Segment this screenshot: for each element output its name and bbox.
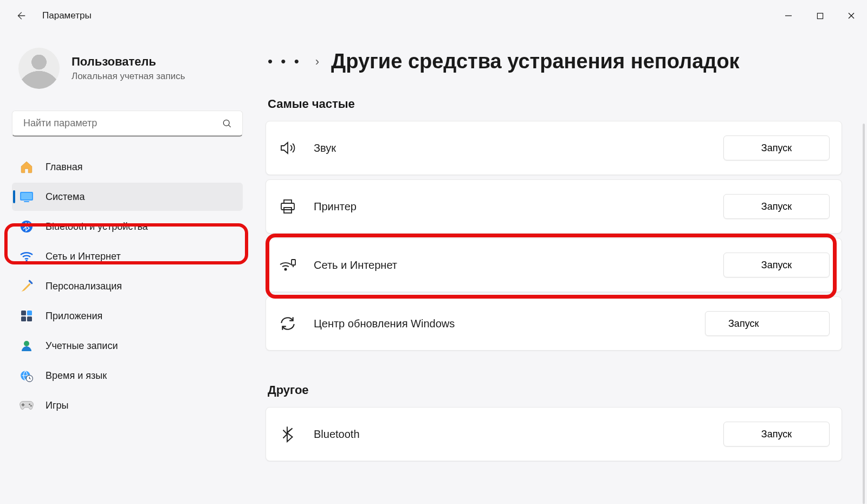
troubleshooter-bluetooth[interactable]: Bluetooth Запуск	[266, 407, 842, 461]
sidebar-item-gaming[interactable]: Игры	[12, 391, 243, 419]
speaker-icon	[278, 138, 297, 158]
maximize-icon	[817, 12, 824, 20]
svg-rect-4	[24, 201, 29, 202]
sidebar-item-label: Главная	[46, 161, 83, 173]
scrollbar[interactable]	[863, 124, 865, 504]
sidebar-item-label: Время и язык	[46, 370, 107, 382]
section-header-frequent: Самые частые	[268, 97, 854, 111]
sidebar-item-network[interactable]: Сеть и Интернет	[12, 242, 243, 270]
nav-list: Главная Система Bluetooth и устройства С…	[12, 153, 243, 419]
main-area: • • • › Другие средства устранения непол…	[255, 31, 867, 504]
frequent-list: Звук Запуск Принтер Запуск Сеть и Интерн…	[266, 121, 854, 351]
person-icon	[20, 339, 34, 353]
troubleshooter-label: Bluetooth	[314, 428, 723, 441]
svg-point-14	[29, 404, 30, 405]
svg-rect-20	[292, 260, 295, 265]
bluetooth-line-icon	[278, 424, 297, 444]
svg-rect-3	[21, 193, 32, 199]
search-icon	[222, 118, 232, 129]
minimize-button[interactable]	[773, 4, 804, 27]
troubleshooter-audio[interactable]: Звук Запуск	[266, 121, 842, 175]
sidebar-item-bluetooth[interactable]: Bluetooth и устройства	[12, 212, 243, 241]
window-controls	[773, 4, 867, 27]
run-button[interactable]: Запуск	[723, 135, 830, 160]
svg-rect-9	[21, 316, 26, 321]
troubleshooter-label: Сеть и Интернет	[314, 259, 723, 272]
troubleshooter-printer[interactable]: Принтер Запуск	[266, 179, 842, 234]
troubleshooter-network[interactable]: Сеть и Интернет Запуск	[266, 238, 842, 292]
network-icon	[278, 255, 297, 275]
svg-rect-0	[817, 13, 823, 18]
system-icon	[20, 190, 34, 204]
sidebar-item-time[interactable]: Время и язык	[12, 361, 243, 390]
user-subtitle: Локальная учетная запись	[72, 71, 185, 82]
troubleshooter-label: Звук	[314, 142, 723, 154]
minimize-icon	[785, 12, 792, 20]
sidebar-item-label: Система	[46, 191, 85, 203]
svg-rect-10	[27, 316, 32, 321]
sidebar-item-home[interactable]: Главная	[12, 153, 243, 181]
close-icon	[847, 12, 855, 20]
search-input[interactable]	[22, 117, 222, 130]
maximize-button[interactable]	[804, 4, 836, 27]
run-button[interactable]: Запуск	[723, 253, 830, 277]
section-header-other: Другое	[268, 383, 854, 397]
run-button[interactable]: Запуск	[723, 422, 830, 447]
search-box[interactable]	[12, 111, 243, 137]
run-button[interactable]: Запуск	[705, 311, 830, 336]
sidebar-item-label: Учетные записи	[46, 340, 118, 352]
sidebar-item-label: Персонализация	[46, 281, 122, 292]
sidebar-item-label: Сеть и Интернет	[46, 251, 121, 262]
profile-block[interactable]: Пользователь Локальная учетная запись	[18, 48, 243, 89]
sync-icon	[278, 314, 297, 333]
run-button[interactable]: Запуск	[723, 194, 830, 219]
sidebar: Пользователь Локальная учетная запись Гл…	[0, 31, 255, 504]
page-title: Другие средства устранения неполадок	[331, 50, 740, 73]
svg-point-11	[24, 341, 29, 346]
troubleshooter-update[interactable]: Центр обновления Windows Запуск	[266, 296, 842, 351]
sidebar-item-accounts[interactable]: Учетные записи	[12, 332, 243, 360]
breadcrumb-more[interactable]: • • •	[266, 53, 303, 70]
brush-icon	[20, 279, 34, 293]
globe-clock-icon	[20, 369, 34, 383]
app-title: Параметры	[42, 10, 92, 21]
user-name: Пользователь	[72, 55, 185, 69]
sidebar-item-personalize[interactable]: Персонализация	[12, 272, 243, 300]
svg-point-6	[25, 260, 28, 262]
svg-rect-18	[284, 208, 292, 213]
printer-icon	[278, 197, 297, 216]
svg-point-19	[284, 268, 286, 270]
close-button[interactable]	[836, 4, 867, 27]
sidebar-item-apps[interactable]: Приложения	[12, 302, 243, 330]
bluetooth-icon	[20, 219, 34, 234]
sidebar-item-system[interactable]: Система	[12, 183, 243, 211]
chevron-right-icon: ›	[315, 55, 319, 69]
other-list: Bluetooth Запуск	[266, 407, 854, 461]
breadcrumb: • • • › Другие средства устранения непол…	[266, 50, 854, 73]
sidebar-item-label: Bluetooth и устройства	[46, 221, 148, 232]
svg-rect-8	[27, 311, 32, 315]
troubleshooter-label: Принтер	[314, 201, 723, 213]
gamepad-icon	[20, 398, 34, 412]
apps-icon	[20, 309, 34, 323]
wifi-icon	[20, 249, 34, 263]
arrow-left-icon	[15, 10, 27, 22]
back-button[interactable]	[9, 4, 33, 28]
titlebar: Параметры	[0, 0, 867, 31]
sidebar-item-label: Приложения	[46, 311, 102, 322]
svg-point-15	[30, 405, 32, 407]
svg-point-1	[223, 120, 229, 126]
home-icon	[20, 160, 34, 174]
svg-rect-17	[281, 203, 294, 210]
sidebar-item-label: Игры	[46, 400, 68, 411]
avatar	[18, 48, 60, 89]
svg-rect-7	[21, 311, 26, 315]
troubleshooter-label: Центр обновления Windows	[314, 318, 705, 330]
